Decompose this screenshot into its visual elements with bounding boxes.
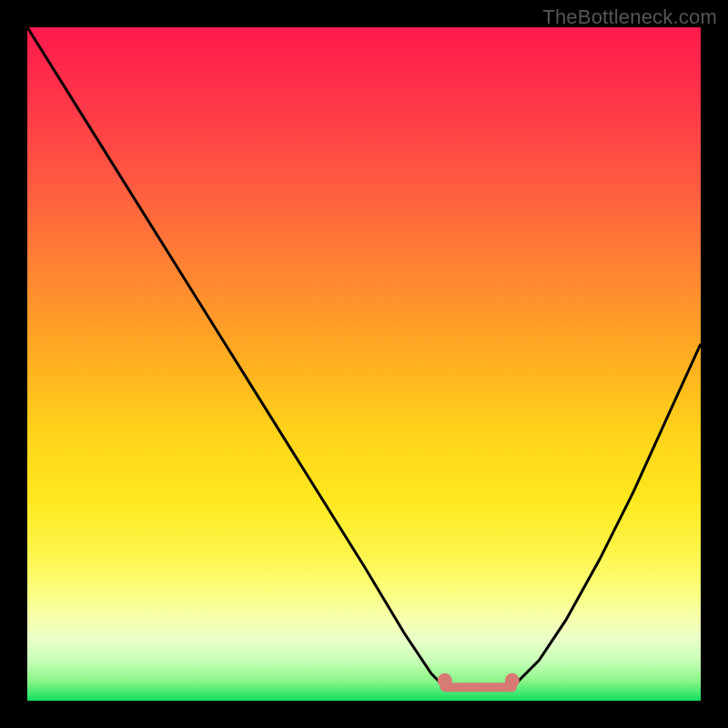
flat-band-dot-left — [438, 673, 452, 688]
plot-area — [27, 27, 701, 701]
curve-right-path — [512, 344, 701, 687]
curve-left-path — [27, 27, 445, 687]
flat-band-dot-right — [505, 673, 520, 688]
bottleneck-curve — [27, 27, 701, 701]
watermark-text: TheBottleneck.com — [542, 5, 717, 29]
